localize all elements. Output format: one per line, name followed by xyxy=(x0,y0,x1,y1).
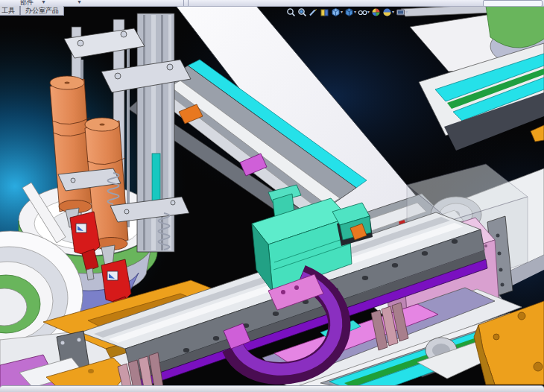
view-settings-icon[interactable] xyxy=(395,7,405,17)
application-window: 部件 ▼ ▼ 工具 办公室产品 ▾ ▾ ▾ ▾ xyxy=(0,0,544,392)
view-orientation-caret-icon[interactable]: ▾ xyxy=(341,7,343,17)
tab-office-products[interactable]: 办公室产品 xyxy=(20,6,64,16)
command-dropdown-caret-icon[interactable]: ▼ xyxy=(77,0,82,5)
edit-appearance-icon[interactable] xyxy=(370,7,381,17)
apply-scene-caret-icon[interactable]: ▾ xyxy=(392,7,394,17)
apply-scene-icon[interactable] xyxy=(382,7,392,17)
command-dropdown-caret-icon[interactable]: ▼ xyxy=(41,0,46,5)
hide-show-items-icon[interactable] xyxy=(357,7,367,17)
toolbar-separator xyxy=(188,0,189,6)
display-style-icon[interactable] xyxy=(344,7,354,17)
zoom-to-fit-icon[interactable] xyxy=(285,7,296,17)
status-bar-strip xyxy=(0,385,544,392)
toolbar-right-button[interactable] xyxy=(483,0,543,7)
view-settings-caret-icon[interactable]: ▾ xyxy=(405,7,408,17)
heads-up-view-toolbar: ▾ ▾ ▾ ▾ ▾ xyxy=(285,7,408,17)
ribbon-tab-row: 工具 办公室产品 xyxy=(0,6,64,16)
tab-tools[interactable]: 工具 xyxy=(0,6,20,16)
previous-view-icon[interactable] xyxy=(308,7,318,17)
zoom-to-area-icon[interactable] xyxy=(297,7,307,17)
display-style-caret-icon[interactable]: ▾ xyxy=(354,7,356,17)
view-orientation-icon[interactable] xyxy=(330,7,341,17)
toolbar-separator xyxy=(183,0,184,6)
command-manager-strip: 部件 ▼ ▼ xyxy=(0,0,544,7)
section-view-icon[interactable] xyxy=(319,7,329,17)
3d-viewport[interactable] xyxy=(0,6,544,392)
hide-show-items-caret-icon[interactable]: ▾ xyxy=(367,7,370,17)
